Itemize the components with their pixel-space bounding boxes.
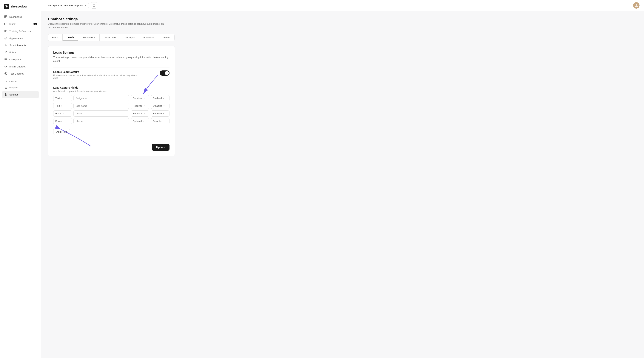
- echos-icon: [4, 51, 8, 54]
- field-type-select-1[interactable]: Text ▾: [53, 103, 72, 109]
- chevron-down-icon: ▾: [64, 120, 64, 122]
- sidebar-item-smart-prompts[interactable]: Smart Prompts: [2, 42, 39, 48]
- chevron-down-icon: ▾: [61, 105, 62, 107]
- field-status-dropdown-0[interactable]: Enabled ▾: [151, 95, 170, 101]
- chevron-down-icon: ▾: [62, 112, 64, 114]
- field-required-dropdown-1[interactable]: Required ▾: [131, 103, 149, 109]
- inbox-badge: 1: [34, 22, 37, 25]
- sidebar-item-label: Install Chatbot: [9, 65, 26, 68]
- sidebar-item-label: Plugins: [9, 86, 18, 89]
- appearance-icon: [4, 36, 8, 40]
- field-status-label-1: Disabled: [153, 104, 162, 107]
- sidebar-item-label: Smart Prompts: [9, 44, 26, 47]
- field-required-label-0: Required: [133, 97, 142, 100]
- sidebar-item-install-chatbot[interactable]: Install Chatbot: [2, 63, 39, 70]
- sidebar-item-dashboard[interactable]: Dashboard: [2, 14, 39, 20]
- sidebar-nav: Dashboard Inbox 1 Training & Sources: [0, 14, 41, 98]
- sidebar-item-plugins[interactable]: Plugins: [2, 84, 39, 91]
- enable-lead-capture-row: Enable Lead Capture Enables your chatbot…: [53, 67, 170, 82]
- app-logo[interactable]: SiteSpeakAI: [0, 4, 41, 14]
- svg-rect-3: [6, 16, 7, 17]
- topbar: SiteSpeakAI Customer Support: [41, 0, 644, 11]
- field-name-input-3[interactable]: [74, 118, 129, 124]
- field-type-select-0[interactable]: Text ▾: [53, 95, 72, 101]
- toggle-track: [160, 70, 170, 76]
- add-field-button[interactable]: Add Field: [53, 129, 70, 135]
- inbox-icon: [4, 22, 8, 26]
- field-type-label-3: Phone: [55, 120, 62, 122]
- page-subtitle: Update the settings, prompts and more fo…: [48, 22, 164, 29]
- tab-leads[interactable]: Leads: [62, 34, 78, 41]
- app-name: SiteSpeakAI: [10, 5, 27, 8]
- field-status-dropdown-2[interactable]: Enabled ▾: [151, 110, 170, 116]
- tab-localization[interactable]: Localization: [100, 34, 121, 41]
- field-status-dropdown-1[interactable]: Disabled ▾: [151, 103, 170, 109]
- user-avatar[interactable]: [633, 2, 640, 8]
- field-name-input-1[interactable]: [74, 103, 129, 109]
- field-status-label-2: Enabled: [153, 112, 162, 115]
- update-button[interactable]: Update: [152, 144, 170, 150]
- card-footer: Update: [53, 139, 170, 150]
- field-required-label-2: Required: [133, 112, 142, 115]
- sidebar-item-label: Settings: [9, 93, 18, 96]
- sidebar-item-label: Test Chatbot: [9, 72, 24, 75]
- field-type-select-2[interactable]: Email ▾: [53, 110, 72, 116]
- sidebar-item-appearance[interactable]: Appearance: [2, 35, 39, 42]
- sidebar-item-label: Training & Sources: [9, 30, 31, 32]
- chevron-down-icon: ▾: [144, 97, 145, 99]
- chatbot-selector[interactable]: SiteSpeakAI Customer Support: [46, 3, 89, 8]
- sidebar-item-test-chatbot[interactable]: Test Chatbot: [2, 70, 39, 77]
- plugins-icon: [4, 86, 8, 89]
- field-required-dropdown-0[interactable]: Required ▾: [131, 95, 149, 101]
- export-icon: [92, 4, 96, 7]
- main-area: SiteSpeakAI Customer Support Chatbot Set…: [41, 0, 644, 358]
- sidebar-item-label: Appearance: [9, 37, 23, 40]
- sidebar-item-label: Echos: [9, 51, 16, 54]
- enable-lead-capture-toggle[interactable]: [160, 70, 170, 76]
- svg-point-10: [5, 45, 6, 46]
- svg-rect-4: [4, 17, 6, 18]
- svg-point-1: [6, 6, 7, 7]
- categories-icon: [4, 58, 8, 61]
- sidebar-item-categories[interactable]: Categories: [2, 56, 39, 63]
- field-status-label-3: Disabled: [153, 120, 162, 122]
- install-chatbot-icon: [4, 65, 8, 68]
- chevron-down-icon: ▾: [143, 120, 144, 122]
- sidebar-item-echos[interactable]: Echos: [2, 49, 39, 56]
- export-button[interactable]: [91, 2, 97, 8]
- chevron-down-icon: ▾: [164, 120, 164, 122]
- svg-rect-2: [4, 16, 6, 17]
- field-row-0: Text ▾ Required ▾ Enabled ▾: [53, 95, 170, 101]
- fields-title: Lead Capture Fields: [53, 86, 170, 89]
- field-name-input-2[interactable]: [74, 110, 129, 116]
- fields-desc: Add fields to capture information about …: [53, 90, 170, 92]
- chevron-down-icon: ▾: [144, 105, 145, 107]
- enable-lead-capture-label: Enable Lead Capture: [53, 70, 143, 74]
- sidebar-item-settings[interactable]: Settings: [2, 91, 39, 98]
- svg-point-9: [6, 38, 6, 38]
- field-type-label-2: Email: [55, 112, 62, 115]
- tab-escalations[interactable]: Escalations: [78, 34, 100, 41]
- tab-basic[interactable]: Basic: [48, 34, 62, 41]
- tab-advanced[interactable]: Advanced: [139, 34, 159, 41]
- chevron-down-icon: [84, 4, 86, 6]
- chevron-down-icon: ▾: [61, 97, 62, 99]
- field-required-dropdown-2[interactable]: Required ▾: [131, 110, 149, 116]
- sidebar: SiteSpeakAI Dashboard Inbo: [0, 0, 41, 358]
- svg-point-13: [636, 4, 637, 6]
- tab-prompts[interactable]: Prompts: [121, 34, 139, 41]
- field-type-label-0: Text: [55, 97, 60, 100]
- field-name-input-0[interactable]: [74, 95, 129, 101]
- settings-tabs: Basic Leads Escalations Localization Pro…: [48, 34, 174, 41]
- tab-delete[interactable]: Delete: [159, 34, 174, 41]
- leads-card-desc: These settings control how your visitors…: [53, 56, 170, 63]
- field-type-select-3[interactable]: Phone ▾: [53, 118, 72, 124]
- sidebar-item-inbox[interactable]: Inbox 1: [2, 20, 39, 27]
- settings-icon: [4, 93, 8, 96]
- field-row-1: Text ▾ Required ▾ Disabled ▾: [53, 103, 170, 109]
- training-icon: [4, 29, 8, 33]
- field-status-dropdown-3[interactable]: Disabled ▾: [151, 118, 170, 124]
- sidebar-item-training[interactable]: Training & Sources: [2, 28, 39, 34]
- field-required-dropdown-3[interactable]: Optional ▾: [131, 118, 149, 124]
- field-status-label-0: Enabled: [153, 97, 162, 100]
